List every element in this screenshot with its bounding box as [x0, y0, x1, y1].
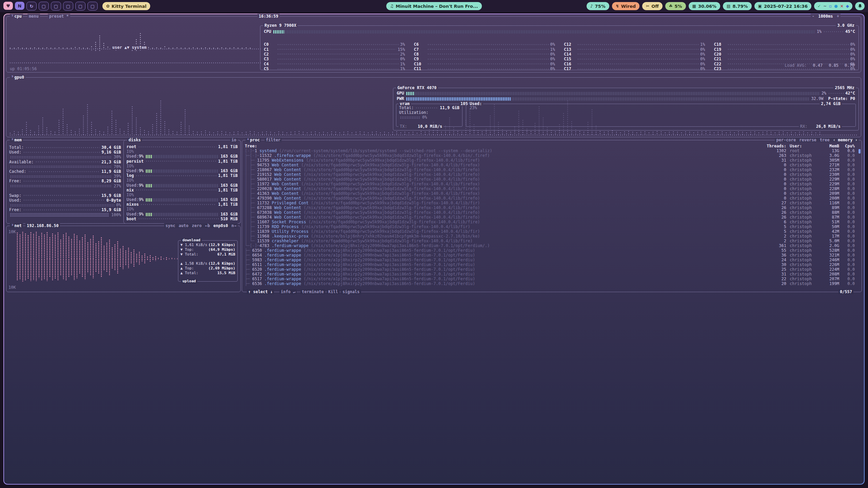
clock-pill[interactable]: ▣2025-07-22 16:36 — [754, 2, 811, 10]
process-row-219152[interactable]: │ ├─ 219152 Web Content (/nix/store/fqad… — [245, 172, 859, 177]
process-row-94753[interactable]: │ ├─ 94753 Web Content (/nix/store/fqadd… — [245, 163, 859, 167]
proc-signals-button[interactable]: signals — [342, 289, 360, 294]
proc-per-core-toggle[interactable]: per-core — [776, 138, 796, 142]
cpu-usage-pill[interactable]: ☘5% — [665, 2, 686, 10]
mem-box-title[interactable]: mem — [14, 138, 22, 142]
menu-button[interactable]: menu — [27, 14, 40, 19]
process-row-6350[interactable]: ├─ 6350 .ferdium-wrappe (/nix/store/a1pj… — [245, 248, 859, 253]
active-window-pill[interactable]: ✿ Kitty Terminal — [102, 2, 150, 10]
process-row-6654[interactable]: ├─ 6654 .ferdium-wrappe (/nix/store/a1pj… — [245, 253, 859, 258]
proc-header-tree[interactable]: Tree: — [245, 144, 765, 148]
proc-info-button[interactable]: info ↵ — [281, 289, 295, 294]
workspace-7[interactable]: ▢ — [75, 2, 85, 11]
process-row-11972[interactable]: │ ├─ 11972 Web Content (/nix/store/fqadd… — [245, 182, 859, 186]
up-speed-bits: (12,6 Kibps) — [209, 261, 235, 266]
process-row-580017[interactable]: │ ├─ 580017 Web Content (/nix/store/fqad… — [245, 177, 859, 182]
net-box-title[interactable]: net — [14, 223, 22, 228]
workspace-1[interactable]: ♥ — [3, 2, 13, 10]
proc-sort-selector[interactable]: ‹ memory › — [833, 138, 857, 142]
notification-bell-button[interactable] — [855, 2, 865, 10]
proc-box-title[interactable]: proc — [250, 138, 260, 142]
network-pill[interactable]: ↯Wired — [612, 2, 639, 10]
workspace-6[interactable]: ▢ — [63, 2, 73, 11]
network-value: Wired — [621, 4, 636, 9]
preset-button[interactable]: preset * — [48, 14, 70, 19]
proc-header-mem[interactable]: MemB — [819, 144, 839, 148]
process-row-6520[interactable]: ├─ 6520 .ferdium-wrappe (/nix/store/a1pj… — [245, 267, 859, 272]
workspace-2[interactable]: N — [15, 2, 24, 10]
proc-select-button[interactable]: ↑ select ↓ — [248, 289, 273, 294]
cpu-panel: Ryzen 9 7900X 3.0 GHz CPU 1% 45°C C03%C1… — [260, 25, 859, 70]
tray-icon-4[interactable]: ● — [834, 4, 837, 8]
disk-io-label: IO% — [126, 192, 238, 197]
net-iface-prev-button[interactable]: ←b — [205, 223, 210, 228]
process-row-218067[interactable]: │ ├─ 218067 Web Content (/nix/store/fqad… — [245, 167, 859, 172]
memory-usage-pill[interactable]: ▦30.06% — [689, 2, 721, 10]
process-row-673038[interactable]: │ ├─ 673038 Web Content (/nix/store/fqad… — [245, 210, 859, 215]
gpu-box-title[interactable]: gpu0 — [14, 75, 24, 80]
proc-terminate-button[interactable]: terminate — [302, 289, 324, 294]
music-player-pill[interactable]: ♫ Minuit Machine – Don't Run Fro... — [386, 2, 482, 10]
proc-kill-button[interactable]: Kill — [328, 289, 338, 294]
proc-header-threads[interactable]: Threads: — [765, 144, 786, 148]
process-row-6472[interactable]: ├─ 6472 .ferdium-wrappe (/nix/store/a1pj… — [245, 272, 859, 277]
process-row-5983[interactable]: ├─ 5983 .ferdium-wrappe (/nix/store/a1pj… — [245, 258, 859, 262]
btop-monitor: ¹ cpu menu preset * 16:36:59 - 1000ms + … — [4, 14, 864, 484]
proc-filter-button[interactable]: filter — [266, 138, 280, 142]
process-row-11968[interactable]: │ ├─ 11968 .keepassxc-prox (/nix/store/b… — [245, 234, 859, 239]
workspace-3[interactable]: ↻ — [26, 2, 37, 11]
interval-decrease-button[interactable]: - — [812, 14, 814, 19]
gpu-pstate: P-state: P0 — [828, 96, 855, 101]
proc-scrollbar-thumb[interactable] — [859, 149, 861, 154]
disk-usage-pill[interactable]: ▤8.79% — [723, 2, 751, 10]
cpu-core-3: C30% — [264, 57, 405, 61]
proc-reverse-toggle[interactable]: reverse — [799, 138, 816, 142]
net-sync-toggle[interactable]: sync — [165, 223, 175, 228]
process-row-673288[interactable]: │ ├─ 673288 Web Content (/nix/store/fqad… — [245, 205, 859, 210]
interval-increase-button[interactable]: + — [837, 14, 839, 19]
cpu-total-meter — [273, 30, 815, 34]
process-row-41363[interactable]: │ ├─ 41363 Web Content (/nix/store/fqadd… — [245, 191, 859, 196]
mem-stat-graph: 70% — [9, 164, 121, 169]
tray-icon-1[interactable]: ✓ — [817, 4, 821, 8]
process-row-11607[interactable]: │ ├─ 11607 Socket Process (/nix/store/fq… — [245, 220, 859, 224]
process-row-6517[interactable]: ├─ 6517 .ferdium-wrappe (/nix/store/a1pj… — [245, 277, 859, 281]
process-row-6511[interactable]: ├─ 6511 .ferdium-wrappe (/nix/store/a1pj… — [245, 262, 859, 267]
net-auto-toggle[interactable]: auto — [179, 223, 189, 228]
process-row-220028[interactable]: │ ├─ 220028 Web Content (/nix/store/fqad… — [245, 186, 859, 191]
process-row-689674[interactable]: │ ├─ 689674 Web Content (/nix/store/fqad… — [245, 215, 859, 220]
net-zero-toggle[interactable]: zero — [192, 223, 202, 228]
process-row-11839[interactable]: │ ├─ 11839 Utility Process (/nix/store/f… — [245, 229, 859, 234]
volume-pill[interactable]: ♪75% — [587, 2, 609, 10]
process-row-11739[interactable]: │ ├─ 11739 RDD Process (/nix/store/fqadd… — [245, 224, 859, 229]
process-row-6536[interactable]: ├─ 6536 .ferdium-wrappe (/nix/store/a1pj… — [245, 281, 859, 286]
tray-icon-6[interactable]: ◆ — [846, 4, 849, 8]
process-row-479390[interactable]: │ ├─ 479390 Web Content (/nix/store/fqad… — [245, 196, 859, 201]
tray-icon-3[interactable]: ▫ — [829, 4, 832, 8]
vram-used: 2,74 GiB — [821, 101, 841, 106]
process-row-11539[interactable]: │ └─ 11539 crashhelper (/nix/store/fqadd… — [245, 239, 859, 243]
workspace-5[interactable]: ▢ — [51, 2, 61, 11]
idle-pill[interactable]: ✂Off — [642, 2, 663, 10]
tray-icon-5[interactable]: × — [840, 4, 844, 8]
cpu-box-title[interactable]: cpu — [14, 14, 22, 19]
net-iface-next-button[interactable]: n→ — [232, 223, 236, 228]
workspace-4[interactable]: ▢ — [39, 2, 49, 11]
process-row-11532[interactable]: ├─[-]─11532 .firefox-wrappe (/nix/store/… — [245, 153, 859, 158]
disk-usage-icon: ▤ — [727, 4, 730, 8]
net-download-graph — [17, 231, 186, 259]
workspace-8[interactable]: ▢ — [87, 2, 98, 11]
process-row-1[interactable]: [-]─1 systemd (/run/current-system/syste… — [245, 148, 859, 153]
cpu-usage-value: 5% — [675, 4, 682, 9]
net-ip-address: 192.168.86.50 — [27, 223, 59, 228]
proc-header-user[interactable]: User: — [786, 144, 819, 148]
process-row-11795[interactable]: │ ├─ 11795 WebExtensions (/nix/store/fqa… — [245, 158, 859, 163]
process-row-4783[interactable]: └─[-]─4783 .ferdium-wrappe (/nix/store/a… — [245, 243, 859, 248]
proc-tree-toggle[interactable]: tree — [820, 138, 830, 142]
system-tray[interactable]: ✓~▫●×◆ — [814, 2, 852, 10]
process-row-11732[interactable]: │ ├─ 11732 Privileged Cont (/nix/store/f… — [245, 201, 859, 205]
proc-header-cpu[interactable]: Cpu% — [839, 144, 855, 148]
disks-io-toggle[interactable]: io — [232, 138, 236, 142]
tray-icon-2[interactable]: ~ — [823, 4, 827, 8]
cpu-box-number: ¹ — [11, 14, 14, 19]
